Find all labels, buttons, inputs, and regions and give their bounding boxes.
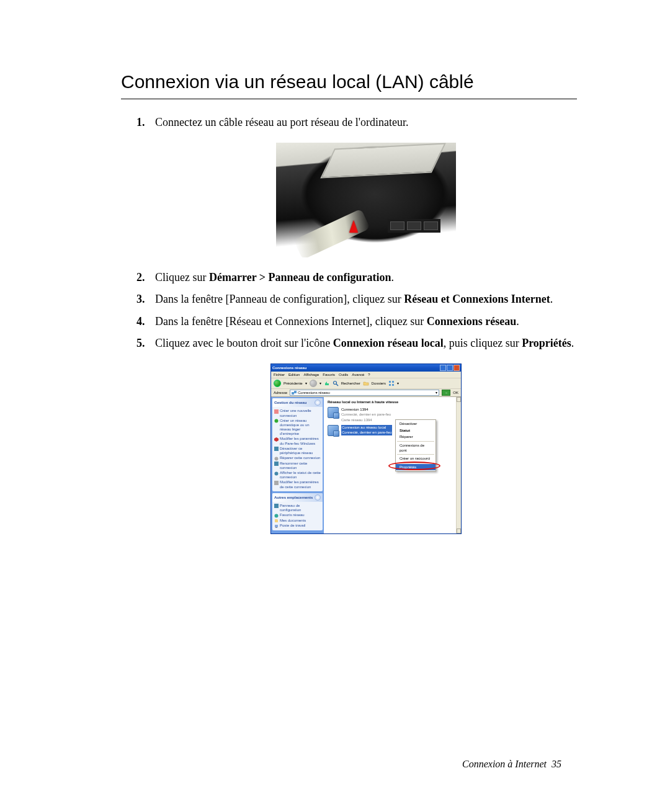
folders-label[interactable]: Dossiers — [372, 381, 386, 386]
page-title: Connexion via un réseau local (LAN) câbl… — [121, 71, 577, 99]
menu-favoris[interactable]: Favoris — [323, 372, 335, 377]
address-field[interactable]: Connexions réseau ▾ — [290, 390, 439, 396]
sidebar-link-status[interactable]: Afficher le statut de cette connexion — [274, 471, 321, 480]
sidebar-header-other[interactable]: Autres emplacements — [272, 493, 323, 502]
minimize-button[interactable] — [440, 365, 446, 371]
ctx-bridge[interactable]: Connexions de pont — [396, 442, 436, 454]
red-arrow-icon — [349, 220, 358, 233]
views-icon[interactable] — [388, 380, 395, 386]
sidebar-link-my-computer[interactable]: Poste de travail — [274, 524, 321, 529]
svg-rect-5 — [392, 384, 394, 386]
menu-avance[interactable]: Avancé — [352, 372, 364, 377]
up-icon[interactable] — [324, 380, 330, 386]
connection-lan-status: Connecté, dernier en pare-feu — [341, 430, 392, 435]
sidebar-link-rename[interactable]: Renommer cette connexion — [274, 462, 321, 470]
sidebar-panel-other-places: Autres emplacements Panneau de configura… — [272, 493, 323, 530]
sidebar-link-control-panel[interactable]: Panneau de configuration — [274, 504, 321, 512]
settings-icon — [274, 481, 279, 485]
back-button-icon[interactable] — [274, 380, 281, 387]
sidebar-link-repair[interactable]: Réparer cette connexion — [274, 456, 321, 461]
address-bar: Adresse Connexions réseau ▾ → OK — [271, 389, 461, 397]
svg-rect-14 — [274, 481, 279, 485]
home-network-icon — [274, 419, 279, 423]
new-connection-icon — [274, 409, 279, 414]
step-4: Dans la fenêtre [Réseau et Connexions In… — [155, 314, 577, 329]
ctx-repair[interactable]: Réparer — [396, 434, 436, 440]
svg-rect-15 — [274, 504, 279, 508]
figure-xp-window: Connexions réseau Fichier Edition Affich… — [270, 364, 462, 534]
computer-icon — [274, 524, 279, 529]
figure-laptop-cable — [276, 143, 456, 257]
back-button-label[interactable]: Précédente — [284, 381, 303, 386]
ctx-properties[interactable]: Propriétés — [396, 464, 436, 470]
sidebar-link-home-network[interactable]: Créer un réseau domestique ou un réseau … — [274, 419, 321, 437]
connection-lan-name: Connexion au réseau local — [341, 425, 392, 430]
menu-outils[interactable]: Outils — [339, 372, 348, 377]
svg-line-1 — [336, 384, 338, 386]
group-header: Réseau local ou Internet à haute vitesse — [328, 399, 452, 404]
sidebar-link-new-connection[interactable]: Créer une nouvelle connexion — [274, 409, 321, 417]
connection-1394-device: Carte réseau 1394 — [341, 417, 391, 422]
repair-icon — [274, 457, 279, 461]
address-label: Adresse — [274, 390, 287, 395]
svg-point-11 — [275, 457, 279, 460]
sidebar-link-network-places[interactable]: Favoris réseau — [274, 513, 321, 518]
page-footer: Connexion à Internet 35 — [462, 759, 561, 770]
menu-edition[interactable]: Edition — [288, 372, 300, 377]
footer-page-number: 35 — [552, 759, 561, 769]
ctx-disable[interactable]: Désactiver — [396, 421, 436, 427]
network-connection-icon — [328, 425, 339, 436]
menu-affichage[interactable]: Affichage — [303, 372, 319, 377]
documents-icon — [274, 519, 279, 523]
address-value: Connexions réseau — [298, 390, 330, 395]
svg-rect-8 — [274, 409, 279, 414]
ctx-status[interactable]: Statut — [396, 427, 436, 434]
svg-point-0 — [333, 381, 336, 385]
rename-icon — [274, 462, 279, 466]
svg-rect-18 — [275, 527, 277, 528]
scroll-up-icon[interactable] — [457, 397, 461, 402]
step-5: Cliquez avec le bouton droit sur l'icône… — [155, 336, 577, 534]
sidebar-header-network[interactable]: Gestion du réseau — [272, 398, 323, 407]
go-label: OK — [453, 390, 458, 395]
step-3: Dans la fenêtre [Panneau de configuratio… — [155, 292, 577, 307]
ctx-shortcut[interactable]: Créer un raccourci — [396, 455, 436, 462]
menu-help[interactable]: ? — [368, 372, 370, 377]
svg-rect-2 — [389, 381, 391, 383]
network-places-icon — [274, 514, 279, 518]
toolbar: Précédente ▾ ▾ Rechercher Dossiers ▾ — [271, 378, 461, 389]
scrollbar[interactable] — [456, 397, 461, 533]
search-icon[interactable] — [333, 380, 339, 386]
svg-point-9 — [275, 419, 279, 423]
svg-point-16 — [275, 514, 279, 517]
svg-rect-6 — [292, 392, 294, 395]
steps-list: Connectez un câble réseau au port réseau… — [121, 115, 577, 534]
menubar: Fichier Edition Affichage Favoris Outils… — [271, 372, 461, 378]
sidebar-link-disable[interactable]: Désactiver ce périphérique réseau — [274, 447, 321, 455]
svg-point-13 — [275, 471, 279, 475]
sidebar: Gestion du réseau Créer une nouvelle con… — [271, 397, 324, 533]
search-label[interactable]: Rechercher — [341, 381, 360, 386]
context-menu: Désactiver Statut Réparer Connexions de … — [395, 419, 436, 471]
forward-button-icon[interactable] — [310, 380, 317, 387]
control-panel-icon — [274, 504, 279, 508]
folders-icon[interactable] — [363, 380, 369, 386]
sidebar-link-modify[interactable]: Modifier les paramètres de cette connexi… — [274, 480, 321, 489]
close-button[interactable] — [453, 365, 460, 371]
scroll-down-icon[interactable] — [457, 529, 461, 533]
svg-rect-3 — [392, 381, 394, 383]
connection-1394-status: Connecté, dernier en pare-feu — [341, 412, 391, 417]
svg-rect-12 — [274, 462, 279, 466]
svg-rect-10 — [274, 447, 279, 451]
maximize-button[interactable] — [447, 365, 453, 371]
svg-rect-17 — [275, 525, 278, 527]
sidebar-link-firewall[interactable]: Modifier les paramètres du Pare-feu Wind… — [274, 437, 321, 445]
menu-fichier[interactable]: Fichier — [274, 372, 285, 377]
network-connection-icon — [328, 407, 339, 418]
sidebar-link-my-documents[interactable]: Mes documents — [274, 519, 321, 524]
main-content: Réseau local ou Internet à haute vitesse… — [324, 397, 456, 533]
disable-icon — [274, 447, 279, 451]
sidebar-panel-network-tasks: Gestion du réseau Créer une nouvelle con… — [272, 398, 323, 491]
go-button[interactable]: → — [442, 390, 450, 396]
svg-rect-7 — [294, 391, 297, 393]
